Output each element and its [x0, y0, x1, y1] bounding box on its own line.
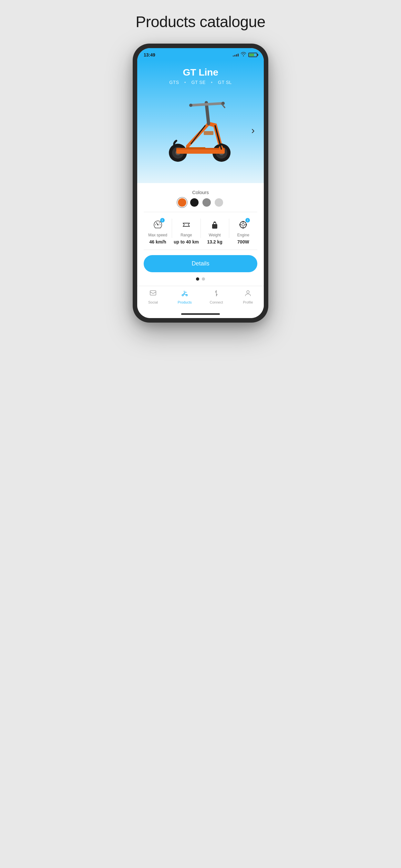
status-time: 13:49: [144, 52, 155, 58]
status-bar: 13:49: [137, 48, 264, 60]
range-icon: [181, 219, 192, 230]
svg-point-17: [243, 221, 244, 222]
page-dot-1[interactable]: [196, 277, 199, 281]
svg-rect-13: [212, 224, 217, 228]
nav-connect[interactable]: Connect: [201, 289, 232, 304]
spec-maxspeed-value: 46 km/h: [150, 239, 166, 244]
battery-icon: [248, 53, 257, 57]
nav-social[interactable]: Social: [137, 289, 169, 304]
profile-icon: [244, 289, 252, 299]
divider-1: [144, 212, 257, 212]
variant-gts[interactable]: GTS: [169, 80, 179, 85]
svg-rect-10: [204, 131, 213, 135]
colour-swatch-black[interactable]: [190, 198, 198, 207]
home-indicator: [137, 311, 264, 318]
spec-engine-info[interactable]: i: [245, 218, 250, 222]
page-dot-2[interactable]: [202, 277, 205, 281]
products-icon: [181, 289, 189, 299]
spec-weight-label: Weight: [209, 233, 221, 237]
spec-engine-value: 700W: [237, 239, 249, 244]
page-title: Products catalogue: [135, 13, 266, 31]
wifi-icon: [241, 52, 246, 58]
spec-maxspeed-label: Max speed: [148, 233, 167, 237]
nav-products-label: Products: [178, 300, 191, 304]
colour-swatch-lightgrey[interactable]: [215, 198, 223, 207]
scooter-image-area: ›: [144, 88, 257, 172]
svg-point-20: [246, 224, 247, 225]
scooter-svg: [158, 93, 243, 167]
weight-icon: [209, 219, 220, 230]
specs-row: i Max speed 46 km/h: [144, 217, 257, 250]
spec-maxspeed-icon-wrap: i: [152, 219, 164, 231]
nav-profile-label: Profile: [243, 300, 253, 304]
svg-rect-21: [150, 290, 156, 295]
spec-range-value: up to 40 km: [174, 239, 199, 244]
connect-icon: [212, 289, 220, 299]
spec-range-icon-wrap: [180, 219, 192, 231]
divider-2: [144, 250, 257, 250]
nav-connect-label: Connect: [210, 300, 223, 304]
social-icon: [149, 289, 157, 299]
status-icons: [233, 52, 257, 58]
phone-frame: 13:49: [133, 43, 268, 322]
spec-weight: Weight 13.2 kg: [201, 219, 229, 244]
details-button[interactable]: Details: [144, 255, 257, 272]
spec-engine-label: Engine: [237, 233, 249, 237]
phone-screen: 13:49: [137, 48, 264, 318]
variant-gtsl[interactable]: GT SL: [218, 80, 232, 85]
hero-section: GT Line GTS • GT SE • GT SL: [137, 60, 264, 183]
spec-weight-value: 13.2 kg: [207, 239, 222, 244]
spec-weight-icon-wrap: [209, 219, 221, 231]
home-bar: [181, 313, 220, 315]
svg-point-18: [243, 227, 244, 228]
product-variants: GTS • GT SE • GT SL: [144, 80, 257, 85]
colour-swatch-grey[interactable]: [203, 198, 211, 207]
colour-swatches: [144, 198, 257, 207]
svg-point-19: [239, 224, 241, 225]
nav-profile[interactable]: Profile: [232, 289, 264, 304]
signal-icon: [233, 54, 239, 57]
spec-engine-icon-wrap: i: [237, 219, 249, 231]
pagination-dots: [144, 277, 257, 281]
spec-engine: i Engine 700W: [229, 219, 257, 244]
variant-gtse[interactable]: GT SE: [191, 80, 206, 85]
svg-point-8: [189, 104, 192, 107]
next-arrow-button[interactable]: ›: [251, 124, 255, 136]
svg-point-24: [247, 290, 249, 293]
spec-maxspeed-info[interactable]: i: [160, 218, 165, 222]
bottom-nav: Social Products: [137, 286, 264, 311]
svg-point-16: [242, 223, 244, 226]
product-name: GT Line: [144, 67, 257, 78]
svg-rect-14: [214, 221, 216, 223]
spec-range-label: Range: [181, 233, 192, 237]
colours-section: Colours: [144, 190, 257, 207]
colour-swatch-orange[interactable]: [178, 198, 186, 207]
svg-rect-11: [186, 147, 205, 149]
spec-maxspeed: i Max speed 46 km/h: [144, 219, 172, 244]
nav-products[interactable]: Products: [169, 289, 201, 304]
content-section: Colours: [137, 183, 264, 281]
svg-point-12: [157, 224, 158, 225]
nav-social-label: Social: [148, 300, 158, 304]
colours-label: Colours: [144, 190, 257, 195]
spec-range: Range up to 40 km: [172, 219, 200, 244]
